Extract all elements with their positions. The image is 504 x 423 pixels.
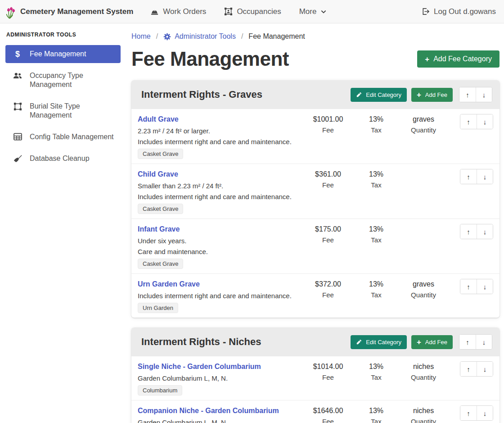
move-fee-up-button[interactable]: ↑ [460,114,477,129]
move-fee-down-button[interactable]: ↓ [477,169,493,184]
move-fee-up-button[interactable]: ↑ [460,279,477,294]
fee-reorder-group: ↑ ↓ [460,114,493,129]
fee-reorder-group: ↑ ↓ [460,361,493,377]
sidebar-item-database-cleanup[interactable]: Database Cleanup [5,150,121,168]
fee-amount-col: $1001.00 Fee [301,114,356,134]
fee-category-card: Interment Rights - Niches Edit Category … [131,327,500,423]
move-fee-up-button[interactable]: ↑ [460,169,477,184]
fee-tax-label: Tax [356,291,397,299]
fee-info: Adult Grave 2.23 m² / 24 ft² or larger. … [138,114,301,159]
fee-type-badge: Casket Grave [138,259,183,269]
sidebar-item-label: Database Cleanup [30,154,90,163]
fee-type-badge: Casket Grave [138,149,183,159]
fee-description-2: Includes interment right and care and ma… [138,137,296,146]
move-fee-down-button[interactable]: ↓ [477,114,493,129]
fee-name-link[interactable]: Companion Niche - Garden Columbarium [138,407,279,414]
fee-quantity: graves [397,279,450,289]
add-fee-category-label: Add Fee Category [433,55,492,63]
breadcrumb-current: Fee Management [248,32,305,41]
table-icon [13,133,22,141]
fee-reorder-group: ↑ ↓ [460,405,493,421]
fee-tax-label: Tax [356,373,397,381]
add-fee-category-button[interactable]: + Add Fee Category [417,50,500,68]
sidebar-item-fee-management[interactable]: $ Fee Management [5,45,121,63]
sidebar-item-config-table[interactable]: Config Table Management [5,128,121,146]
fee-name-link[interactable]: Urn Garden Grave [138,280,200,288]
navbar: Cemetery Management System Work Orders [0,0,504,23]
fee-amount-label: Fee [301,291,356,299]
fee-info: Companion Niche - Garden Columbarium Gar… [138,405,301,423]
fee-reorder-group: ↑ ↓ [460,169,493,184]
pencil-icon [356,92,362,98]
fee-description: Includes interment right and care and ma… [138,291,296,300]
nav-work-orders[interactable]: Work Orders [150,7,206,16]
move-fee-up-button[interactable]: ↑ [460,406,477,420]
fee-amount-col: $1014.00 Fee [301,361,356,381]
move-fee-up-button[interactable]: ↑ [460,362,477,376]
category-reorder-group: ↑ ↓ [459,87,492,102]
fee-tax-label: Tax [356,236,397,244]
move-category-up-button[interactable]: ↑ [459,87,476,102]
fee-description: Under six years. [138,236,296,246]
edit-category-button[interactable]: Edit Category [351,88,407,102]
category-title: Interment Rights - Niches [141,336,351,348]
fee-tax-col: 13% Tax [356,224,397,244]
move-category-down-button[interactable]: ↓ [476,87,492,102]
fee-quantity-label: Quantity [397,126,450,134]
logout-button[interactable]: Log Out d.gowans [421,7,496,16]
sidebar-item-label: Occupancy Type Management [30,71,116,89]
fee-description: Garden Columbarium L, M, N, [138,418,296,423]
fee-name-link[interactable]: Infant Grave [138,225,180,233]
edit-category-label: Edit Category [366,91,401,98]
page-title: Fee Management [131,48,289,70]
fee-row: Adult Grave 2.23 m² / 24 ft² or larger. … [131,109,500,164]
brand[interactable]: Cemetery Management System [5,5,133,19]
add-fee-button[interactable]: + Add Fee [411,88,453,102]
fee-tax: 13% [356,279,397,289]
plus-icon: + [417,92,421,98]
breadcrumb: Home / [131,32,500,41]
hard-hat-icon [150,7,159,16]
fee-row: Child Grave Smaller than 2.23 m² / 24 ft… [131,164,500,218]
sidebar: ADMINISTRATOR TOOLS $ Fee Management Occ… [0,23,126,423]
gear-icon [163,33,171,41]
category-header: Interment Rights - Niches Edit Category … [131,327,500,356]
fee-tax: 13% [356,169,397,179]
breadcrumb-admin-tools-link[interactable]: Administrator Tools [163,32,236,41]
move-fee-up-button[interactable]: ↑ [460,224,477,239]
fee-name-link[interactable]: Adult Grave [138,115,179,123]
fee-tax-label: Tax [356,181,397,189]
fee-name-link[interactable]: Child Grave [138,170,178,178]
nav-occupancies-label: Occupancies [237,7,281,16]
fee-amount-col: $372.00 Fee [301,279,356,299]
fee-amount-col: $361.00 Fee [301,169,356,189]
fee-amount-label: Fee [301,373,356,381]
edit-category-button[interactable]: Edit Category [351,335,407,349]
move-fee-down-button[interactable]: ↓ [477,362,493,376]
fee-reorder-group: ↑ ↓ [460,279,493,294]
move-category-down-button[interactable]: ↓ [476,335,492,349]
move-fee-down-button[interactable]: ↓ [477,406,493,420]
add-fee-button[interactable]: + Add Fee [411,335,453,349]
category-title: Interment Rights - Graves [141,89,351,100]
fee-description: 2.23 m² / 24 ft² or larger. [138,126,296,136]
nav-more[interactable]: More [299,7,327,16]
breadcrumb-home-link[interactable]: Home [131,32,151,41]
fee-name-link[interactable]: Single Niche - Garden Columbarium [138,363,261,370]
sidebar-heading: ADMINISTRATOR TOOLS [6,32,120,38]
sidebar-item-burial-site-type[interactable]: Burial Site Type Management [5,97,121,124]
category-reorder-group: ↑ ↓ [459,334,492,350]
fee-description: Garden Columbarium L, M, N. [138,373,296,383]
fee-amount-label: Fee [301,126,356,134]
add-fee-label: Add Fee [425,91,447,98]
fee-amount-col: $1646.00 Fee [301,405,356,423]
move-category-up-button[interactable]: ↑ [459,335,476,349]
nav-occupancies[interactable]: Occupancies [224,7,281,16]
fee-quantity: niches [397,405,450,416]
sidebar-item-occupancy-type[interactable]: Occupancy Type Management [5,67,121,94]
move-fee-down-button[interactable]: ↓ [477,279,493,294]
plus-icon: + [417,339,421,345]
logout-icon [421,7,430,16]
move-fee-down-button[interactable]: ↓ [477,224,493,239]
fee-row: Urn Garden Grave Includes interment righ… [131,273,500,318]
